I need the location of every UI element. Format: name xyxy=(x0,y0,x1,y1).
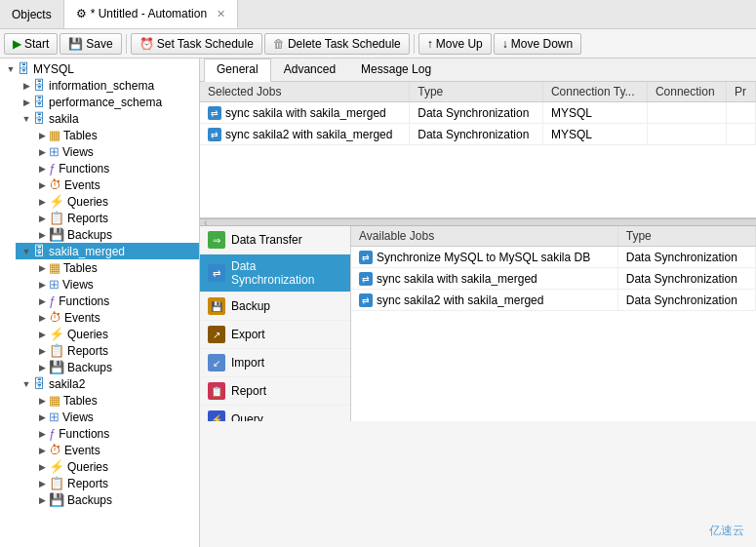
tree-label-sakila-backups[interactable]: ▶💾Backups xyxy=(31,226,199,243)
set-task-schedule-button[interactable]: ⏰ Set Task Schedule xyxy=(131,33,262,55)
sync-icon-row2: ⇄ xyxy=(208,128,221,141)
tree-label-merged-tables[interactable]: ▶▦Tables xyxy=(31,259,199,276)
avail-sync-icon-2: ⇄ xyxy=(359,272,373,286)
tree-label-sakila2-reports[interactable]: ▶📋Reports xyxy=(31,475,199,491)
tree-node-mysql: ▼ 🗄 MYSQL ▶ 🗄 information_schema xyxy=(0,60,199,508)
delete-task-schedule-button[interactable]: 🗑 Delete Task Schedule xyxy=(264,33,410,55)
menu-item-query[interactable]: ⚡ Query xyxy=(200,406,350,421)
report-icon: 📋 xyxy=(49,211,64,225)
tree-node-sakila: ▼ 🗄 sakila ▶▦Tables ▶⊞Views ▶ƒFunctions … xyxy=(16,110,199,243)
tree-label-sakila2-events[interactable]: ▶⏱Events xyxy=(31,442,199,458)
expand-mysql[interactable]: ▼ xyxy=(4,64,18,74)
tree-label-perfschema[interactable]: ▶ 🗄 performance_schema xyxy=(16,94,199,110)
tree-label-sakila-queries[interactable]: ▶⚡Queries xyxy=(31,193,199,210)
tree-label-merged-queries[interactable]: ▶⚡Queries xyxy=(31,326,199,342)
query-icon-s2: ⚡ xyxy=(49,459,64,474)
tab-objects[interactable]: Objects xyxy=(0,0,64,28)
mysql-label: MYSQL xyxy=(33,62,74,76)
tree-label-infschema[interactable]: ▶ 🗄 information_schema xyxy=(16,77,199,94)
top-tabbar: Objects ⚙ * Untitled - Automation ✕ xyxy=(0,0,756,29)
tree-label-sakila2-backups[interactable]: ▶💾Backups xyxy=(31,491,199,508)
right-panel: General Advanced Message Log Selected Jo… xyxy=(200,59,756,547)
menu-item-backup[interactable]: 💾 Backup xyxy=(200,293,350,321)
table-row[interactable]: ⇄ sync sakila with sakila_merged Data Sy… xyxy=(351,268,756,290)
tree-label-merged-backups[interactable]: ▶💾Backups xyxy=(31,359,199,375)
tree-label-sakila2[interactable]: ▼ 🗄 sakila2 xyxy=(16,375,199,392)
perfschema-label: performance_schema xyxy=(49,96,162,109)
event-icon-m: ⏱ xyxy=(49,310,61,325)
event-icon: ⏱ xyxy=(49,177,61,192)
db-icon-sakila2: 🗄 xyxy=(33,376,46,391)
tree-label-sakila-merged[interactable]: ▼ 🗄 sakila_merged xyxy=(16,243,199,259)
tree-label-merged-reports[interactable]: ▶📋Reports xyxy=(31,342,199,359)
tree-label-merged-views[interactable]: ▶⊞Views xyxy=(31,276,199,293)
main-layout: ▼ 🗄 MYSQL ▶ 🗄 information_schema xyxy=(0,59,756,547)
sub-tabbar: General Advanced Message Log xyxy=(200,59,756,82)
view-icon-m: ⊞ xyxy=(49,277,60,292)
col-connection: Connection xyxy=(647,82,726,102)
tree-label-sakila-functions[interactable]: ▶ƒFunctions xyxy=(31,160,199,176)
h-splitter[interactable]: ‹ xyxy=(200,218,756,226)
tab-automation[interactable]: ⚙ * Untitled - Automation ✕ xyxy=(64,0,238,28)
menu-item-report[interactable]: 📋 Report xyxy=(200,377,350,406)
report-menu-icon: 📋 xyxy=(208,382,225,400)
query-icon-m: ⚡ xyxy=(49,327,64,341)
tree-label-sakila-reports[interactable]: ▶📋Reports xyxy=(31,210,199,226)
col-selected-jobs: Selected Jobs xyxy=(200,82,410,102)
col-pr: Pr xyxy=(727,82,756,102)
job-name-cell: ⇄ sync sakila with sakila_merged xyxy=(200,102,410,124)
avail-job-name-2: ⇄ sync sakila with sakila_merged xyxy=(351,268,617,290)
tree-label-sakila2-functions[interactable]: ▶ƒFunctions xyxy=(31,425,199,442)
func-icon-s2: ƒ xyxy=(49,426,56,441)
tree-label-sakila-tables[interactable]: ▶▦Tables xyxy=(31,127,199,143)
expand-sakila2[interactable]: ▼ xyxy=(20,379,33,389)
start-button[interactable]: ▶ Start xyxy=(4,33,58,55)
tree-label-sakila-views[interactable]: ▶⊞Views xyxy=(31,143,199,160)
expand-infschema[interactable]: ▶ xyxy=(20,81,33,91)
menu-item-data-transfer[interactable]: ⇒ Data Transfer xyxy=(200,226,350,254)
tree-label-sakila[interactable]: ▼ 🗄 sakila xyxy=(16,110,199,127)
expand-sakila-merged[interactable]: ▼ xyxy=(20,247,33,256)
table-icon-s2: ▦ xyxy=(49,393,60,408)
tab-advanced[interactable]: Advanced xyxy=(271,59,348,81)
job-pr-cell-1 xyxy=(727,102,756,124)
table-row[interactable]: ⇄ sync sakila2 with sakila_merged Data S… xyxy=(200,124,756,145)
db-icon-sakila-merged: 🗄 xyxy=(33,244,46,258)
selected-jobs-table: Selected Jobs Type Connection Ty... Conn… xyxy=(200,82,756,145)
sakila2-children: ▶▦Tables ▶⊞Views ▶ƒFunctions ▶⏱Events ▶⚡… xyxy=(31,392,199,508)
table-row[interactable]: ⇄ Synchronize MySQL to MySQL sakila DB D… xyxy=(351,247,756,268)
tree-label-sakila-events[interactable]: ▶⏱Events xyxy=(31,176,199,193)
avail-sync-icon-3: ⇄ xyxy=(359,293,373,307)
job-conn-cell-1 xyxy=(647,102,726,124)
tree-label-sakila2-views[interactable]: ▶⊞Views xyxy=(31,409,199,425)
db-icon: 🗄 xyxy=(18,61,30,76)
expand-sakila[interactable]: ▼ xyxy=(20,114,33,124)
backup-icon: 💾 xyxy=(49,227,64,242)
sync-icon-row1: ⇄ xyxy=(208,106,221,120)
move-up-button[interactable]: ↑ Move Up xyxy=(418,33,492,55)
import-icon: ↙ xyxy=(208,354,225,371)
expand-perfschema[interactable]: ▶ xyxy=(20,98,33,107)
menu-item-export[interactable]: ↗ Export xyxy=(200,321,350,349)
tree-node-sakila-merged: ▼ 🗄 sakila_merged ▶▦Tables ▶⊞Views ▶ƒFun… xyxy=(16,243,199,375)
automation-icon: ⚙ xyxy=(76,7,87,20)
tab-general[interactable]: General xyxy=(204,59,271,82)
table-row[interactable]: ⇄ sync sakila with sakila_merged Data Sy… xyxy=(200,102,756,124)
tab-message-log[interactable]: Message Log xyxy=(348,59,444,81)
selected-jobs-area: Selected Jobs Type Connection Ty... Conn… xyxy=(200,82,756,218)
menu-item-data-sync[interactable]: ⇄ Data Synchronization xyxy=(200,254,350,293)
tree-label-merged-events[interactable]: ▶⏱Events xyxy=(31,309,199,326)
table-row[interactable]: ⇄ sync sakila2 with sakila_merged Data S… xyxy=(351,290,756,311)
menu-item-import[interactable]: ↙ Import xyxy=(200,349,350,377)
close-icon[interactable]: ✕ xyxy=(217,8,225,20)
avail-job-type-3: Data Synchronization xyxy=(617,290,755,311)
tree-label-sakila2-queries[interactable]: ▶⚡Queries xyxy=(31,458,199,475)
save-button[interactable]: 💾 Save xyxy=(60,33,121,55)
tree-label-mysql[interactable]: ▼ 🗄 MYSQL xyxy=(0,60,199,77)
move-down-button[interactable]: ↓ Move Down xyxy=(494,33,581,55)
tree-label-merged-functions[interactable]: ▶ƒFunctions xyxy=(31,293,199,309)
objects-label: Objects xyxy=(12,8,52,21)
tree-label-sakila2-tables[interactable]: ▶▦Tables xyxy=(31,392,199,409)
save-icon: 💾 xyxy=(68,37,83,51)
tree-root: ▼ 🗄 MYSQL ▶ 🗄 information_schema xyxy=(0,59,199,510)
